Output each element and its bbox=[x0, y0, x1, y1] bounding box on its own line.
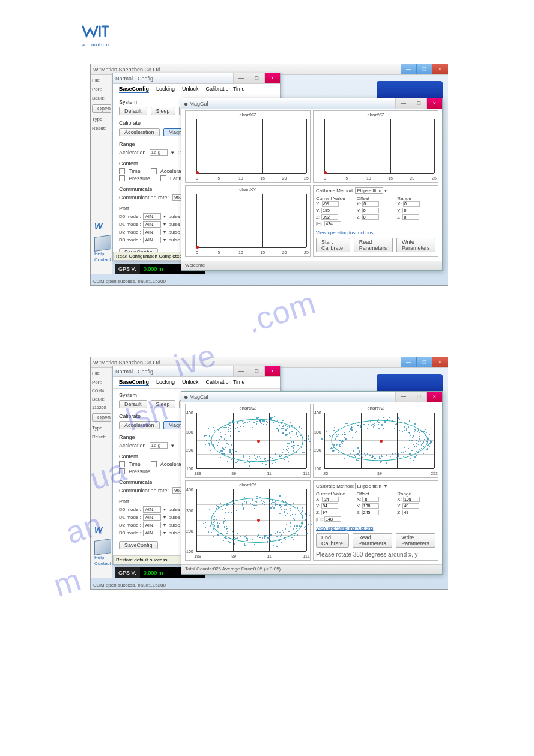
tab-caltime[interactable]: Calibration Time bbox=[206, 379, 245, 386]
magcal-titlebar[interactable]: ◆ MagCal —□× bbox=[181, 392, 442, 402]
open-button[interactable]: Open bbox=[92, 413, 111, 422]
cur-x[interactable] bbox=[322, 497, 339, 502]
instructions-link[interactable]: View operating instructions bbox=[316, 230, 435, 235]
method-select[interactable]: Ellipse fittin bbox=[355, 187, 383, 194]
accel-select[interactable]: 16 g bbox=[150, 442, 168, 449]
maximize-button[interactable]: □ bbox=[249, 73, 264, 83]
sleep-button[interactable]: Sleep bbox=[151, 107, 175, 115]
default-button[interactable]: Default bbox=[119, 400, 147, 408]
d3-select[interactable]: AIN bbox=[143, 530, 161, 536]
open-button[interactable]: Open bbox=[92, 104, 111, 113]
d2-select[interactable]: AIN bbox=[143, 522, 161, 528]
pressure-checkbox[interactable] bbox=[119, 468, 125, 474]
chart-yz: chartYZ 100200300400 -2089253 bbox=[313, 404, 438, 478]
help-link[interactable]: Help bbox=[94, 555, 104, 560]
time-checkbox[interactable] bbox=[119, 168, 125, 174]
time-checkbox[interactable] bbox=[119, 461, 125, 467]
saveconfig-button[interactable]: SaveConfig bbox=[119, 541, 158, 549]
method-select[interactable]: Ellipse fittin bbox=[355, 483, 383, 489]
magcal-status: Total Counts:826 Average Error:0.05 (< 0… bbox=[181, 564, 442, 574]
maximize-button[interactable]: □ bbox=[249, 366, 264, 376]
cur-y[interactable] bbox=[321, 208, 338, 213]
rng-x[interactable] bbox=[403, 201, 420, 207]
acceleration-button[interactable]: Acceleration bbox=[119, 128, 160, 136]
default-button[interactable]: Default bbox=[119, 107, 147, 115]
write-params-button[interactable]: Write Parameters bbox=[396, 238, 435, 252]
tab-unlock[interactable]: Unlock bbox=[182, 86, 199, 93]
accel-label: Accleration bbox=[119, 150, 146, 156]
off-y[interactable] bbox=[362, 503, 379, 509]
off-z[interactable] bbox=[362, 510, 379, 515]
cur-h[interactable] bbox=[324, 221, 341, 226]
close-button[interactable]: × bbox=[264, 73, 280, 83]
start-cal-button[interactable]: Start Calibrate bbox=[316, 238, 350, 252]
magcal-titlebar[interactable]: ◆ MagCal — □ × bbox=[181, 98, 442, 109]
window-controls: — □ × bbox=[401, 64, 448, 74]
close-button[interactable]: × bbox=[432, 357, 448, 367]
label-baud: Baud: bbox=[92, 95, 111, 101]
d2-select[interactable]: AIN bbox=[143, 229, 161, 235]
col-range: Range bbox=[397, 196, 435, 201]
minimize-button[interactable]: — bbox=[233, 73, 249, 83]
d1-select[interactable]: AIN bbox=[143, 221, 161, 228]
contact-link[interactable]: Contact bbox=[94, 257, 111, 262]
cur-z[interactable] bbox=[321, 214, 338, 220]
tab-locking[interactable]: Locking bbox=[156, 379, 175, 386]
close-button[interactable]: × bbox=[432, 64, 448, 74]
maximize-button[interactable]: □ bbox=[416, 64, 432, 74]
off-x[interactable] bbox=[362, 497, 379, 502]
off-z[interactable] bbox=[362, 214, 379, 220]
write-params-button[interactable]: Write Parameters bbox=[396, 533, 435, 548]
maximize-button[interactable]: □ bbox=[411, 98, 426, 109]
screenshot-1: WitMotion Shenzhen Co.Ltd — □ × File Por… bbox=[90, 64, 448, 286]
minimize-button[interactable]: — bbox=[233, 366, 249, 376]
accel-checkbox[interactable] bbox=[151, 461, 157, 467]
rng-x[interactable] bbox=[403, 497, 420, 502]
latlon-checkbox[interactable] bbox=[160, 175, 166, 181]
close-button[interactable]: × bbox=[426, 98, 442, 109]
window-controls: — □ × bbox=[401, 357, 448, 367]
d1-select[interactable]: AIN bbox=[143, 514, 161, 521]
menu-file[interactable]: File bbox=[92, 370, 111, 376]
close-button[interactable]: × bbox=[426, 392, 442, 402]
read-params-button[interactable]: Read Parameters bbox=[353, 533, 392, 548]
d3-select[interactable]: AIN bbox=[143, 237, 161, 243]
cur-x[interactable] bbox=[322, 201, 339, 207]
minimize-button[interactable]: — bbox=[395, 392, 411, 402]
tab-caltime[interactable]: Calibration Time bbox=[206, 86, 245, 93]
sleep-button[interactable]: Sleep bbox=[151, 400, 175, 408]
minimize-button[interactable]: — bbox=[395, 98, 411, 109]
tab-baseconfig[interactable]: BaseConfig bbox=[119, 86, 149, 93]
config-titlebar[interactable]: Normal - Config —□× bbox=[113, 366, 280, 377]
config-titlebar[interactable]: Normal - Config — □ × bbox=[113, 73, 280, 84]
help-link[interactable]: Help bbox=[94, 251, 104, 256]
read-params-button[interactable]: Read Parameters bbox=[354, 238, 393, 252]
off-x[interactable] bbox=[362, 201, 379, 207]
pressure-checkbox[interactable] bbox=[119, 175, 125, 181]
minimize-button[interactable]: — bbox=[401, 64, 416, 74]
maximize-button[interactable]: □ bbox=[416, 357, 432, 367]
cur-z[interactable] bbox=[321, 510, 338, 515]
rng-y[interactable] bbox=[402, 503, 419, 509]
close-button[interactable]: × bbox=[264, 366, 280, 376]
d0-select[interactable]: AIN bbox=[143, 213, 161, 220]
cur-y[interactable] bbox=[321, 503, 338, 509]
menu-file[interactable]: File bbox=[92, 77, 111, 83]
accel-select[interactable]: 16 g bbox=[150, 149, 168, 156]
rng-z[interactable] bbox=[402, 214, 419, 220]
instructions-link[interactable]: View operating instructions bbox=[316, 525, 435, 531]
rng-z[interactable] bbox=[402, 510, 419, 515]
accel-checkbox[interactable] bbox=[151, 168, 157, 174]
off-y[interactable] bbox=[362, 208, 379, 213]
cur-h[interactable] bbox=[324, 516, 341, 522]
tab-baseconfig[interactable]: BaseConfig bbox=[119, 379, 149, 386]
minimize-button[interactable]: — bbox=[401, 357, 416, 367]
end-cal-button[interactable]: End Calibrate bbox=[316, 533, 349, 548]
tab-unlock[interactable]: Unlock bbox=[182, 379, 199, 386]
maximize-button[interactable]: □ bbox=[411, 392, 426, 402]
d0-select[interactable]: AIN bbox=[143, 506, 161, 513]
tab-locking[interactable]: Locking bbox=[156, 86, 175, 93]
contact-link[interactable]: Contact bbox=[94, 561, 111, 566]
acceleration-button[interactable]: Acceleration bbox=[119, 421, 160, 429]
rng-y[interactable] bbox=[402, 208, 419, 213]
